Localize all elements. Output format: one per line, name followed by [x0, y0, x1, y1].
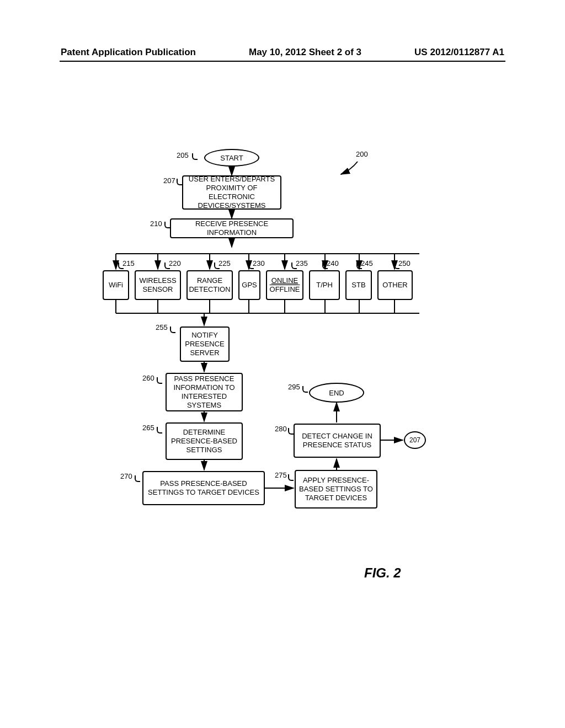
hook-icon — [177, 179, 182, 185]
ref-215: 215 — [122, 259, 135, 267]
ref-207: 207 — [163, 176, 175, 185]
ref-235: 235 — [296, 259, 308, 267]
ref-280: 280 — [275, 425, 287, 433]
ref-260: 260 — [142, 374, 154, 382]
process-235-online-offline: ONLINE OFFLINE — [266, 270, 303, 300]
hook-icon — [192, 153, 198, 160]
process-210: RECEIVE PRESENCE INFORMATION — [170, 218, 294, 238]
ref-225: 225 — [218, 259, 231, 267]
ref-205: 205 — [177, 151, 189, 159]
ref-210: 210 — [150, 220, 162, 228]
ref-250: 250 — [398, 259, 411, 267]
process-260: PASS PRESENCE INFORMATION TO INTERESTED … — [166, 373, 243, 411]
hook-icon — [394, 263, 399, 269]
process-210-label: RECEIVE PRESENCE INFORMATION — [174, 220, 289, 238]
process-270-label: PASS PRESENCE-BASED SETTINGS TO TARGET D… — [147, 479, 260, 497]
connector-207-label: 207 — [409, 436, 420, 444]
hook-icon — [118, 263, 124, 269]
process-245-stb: STB — [345, 270, 372, 300]
hook-icon — [248, 263, 254, 269]
process-265-label: DETERMINE PRESENCE-BASED SETTINGS — [170, 428, 238, 455]
page-header: Patent Application Publication May 10, 2… — [0, 47, 565, 58]
process-275: APPLY PRESENCE-BASED SETTINGS TO TARGET … — [295, 470, 377, 508]
hook-icon — [302, 386, 308, 393]
hook-icon — [288, 474, 294, 481]
process-255-label: NOTIFY PRESENCE SERVER — [184, 331, 225, 358]
hook-icon — [288, 428, 294, 435]
process-260-label: PASS PRESENCE INFORMATION TO INTERESTED … — [170, 374, 238, 410]
process-235-offline: OFFLINE — [270, 285, 300, 294]
process-280: DETECT CHANGE IN PRESENCE STATUS — [294, 424, 381, 458]
process-225-label: RANGE DETECTION — [189, 276, 230, 295]
hook-icon — [356, 263, 362, 269]
hook-icon — [157, 377, 162, 384]
header-publication: Patent Application Publication — [61, 47, 196, 58]
process-230-label: GPS — [242, 281, 257, 290]
header-date-sheet: May 10, 2012 Sheet 2 of 3 — [249, 47, 361, 58]
process-250-other: OTHER — [377, 270, 413, 300]
ref-240: 240 — [327, 259, 339, 267]
hook-icon — [157, 427, 162, 433]
process-215-wifi: WiFi — [103, 270, 129, 300]
process-230-gps: GPS — [238, 270, 260, 300]
hook-icon — [291, 263, 297, 269]
terminator-end: END — [309, 383, 364, 403]
header-rule — [60, 61, 505, 62]
process-207: USER ENTERS/DEPARTS PROXIMITY OF ELECTRO… — [182, 175, 281, 210]
ref-270: 270 — [120, 472, 132, 480]
figure-label: FIG. 2 — [364, 565, 401, 581]
hook-icon — [164, 263, 170, 269]
process-255: NOTIFY PRESENCE SERVER — [180, 326, 230, 362]
process-225-range-detection: RANGE DETECTION — [186, 270, 233, 300]
ref-265: 265 — [142, 424, 154, 432]
terminator-start-label: START — [220, 154, 243, 162]
connector-layer — [0, 143, 565, 585]
process-220-label: WIRELESS SENSOR — [139, 276, 177, 295]
process-240-tph: T/PH — [309, 270, 340, 300]
hook-icon — [170, 326, 175, 333]
hook-icon — [164, 222, 170, 228]
process-270: PASS PRESENCE-BASED SETTINGS TO TARGET D… — [142, 471, 265, 505]
process-220-wireless-sensor: WIRELESS SENSOR — [135, 270, 181, 300]
connector-207: 207 — [404, 431, 426, 449]
process-250-label: OTHER — [382, 281, 408, 290]
ref-295: 295 — [288, 383, 300, 391]
ref-200: 200 — [356, 150, 368, 158]
header-doc-number: US 2012/0112877 A1 — [414, 47, 504, 58]
ref-220: 220 — [169, 259, 181, 267]
ref-275: 275 — [275, 471, 287, 479]
process-275-label: APPLY PRESENCE-BASED SETTINGS TO TARGET … — [299, 476, 373, 503]
process-245-label: STB — [351, 281, 365, 290]
terminator-start: START — [204, 149, 259, 167]
process-235-online: ONLINE — [271, 276, 298, 285]
process-280-label: DETECT CHANGE IN PRESENCE STATUS — [298, 432, 376, 450]
ref-230: 230 — [253, 259, 265, 267]
hook-icon — [135, 475, 140, 482]
process-215-label: WiFi — [109, 281, 123, 290]
terminator-end-label: END — [329, 389, 344, 397]
process-265: DETERMINE PRESENCE-BASED SETTINGS — [166, 422, 243, 460]
hook-icon — [322, 263, 328, 269]
process-240-label: T/PH — [316, 281, 333, 290]
hook-icon — [214, 263, 220, 269]
process-207-label: USER ENTERS/DEPARTS PROXIMITY OF ELECTRO… — [186, 175, 277, 211]
flowchart-diagram: 200 START 205 USER ENTERS/DEPARTS PROXIM… — [0, 143, 565, 585]
ref-245: 245 — [361, 259, 373, 267]
ref-255: 255 — [156, 323, 168, 331]
